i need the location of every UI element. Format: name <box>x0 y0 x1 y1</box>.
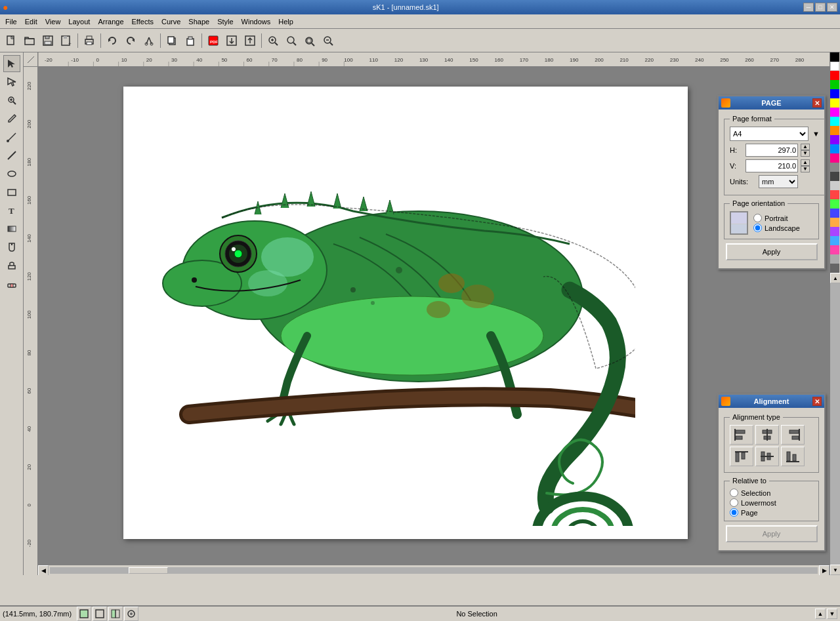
close-button[interactable]: ✕ <box>827 3 837 12</box>
statusbar-scroll-down[interactable]: ▼ <box>827 609 837 619</box>
color-pink[interactable] <box>830 153 839 163</box>
color-light-blue[interactable] <box>830 144 839 153</box>
color-green[interactable] <box>830 80 839 89</box>
color-dark-medium-gray[interactable] <box>830 264 839 273</box>
select-tool[interactable] <box>3 55 20 72</box>
save-as-button[interactable]: + <box>58 32 75 49</box>
align-right-button[interactable] <box>781 425 805 445</box>
align-center-v-button[interactable] <box>755 447 779 466</box>
menu-view[interactable]: View <box>41 16 65 27</box>
horizontal-scrollbar[interactable]: ◀ ▶ <box>38 565 830 575</box>
zoom-select-button[interactable] <box>283 32 300 49</box>
color-purple[interactable] <box>830 135 839 144</box>
scroll-right-arrow[interactable]: ▶ <box>819 565 830 576</box>
bucket-tool[interactable] <box>3 239 20 256</box>
color-sky-blue[interactable] <box>830 236 839 245</box>
menu-help[interactable]: Help <box>274 16 297 27</box>
page-h-input[interactable] <box>746 144 798 157</box>
menu-effects[interactable]: Effects <box>128 16 158 27</box>
line-tool[interactable] <box>3 147 20 164</box>
alignment-apply-button[interactable]: Apply <box>726 525 818 542</box>
save-button[interactable] <box>39 32 56 49</box>
menu-style[interactable]: Style <box>213 16 237 27</box>
view-both-button[interactable] <box>108 607 123 621</box>
align-left-button[interactable] <box>730 425 753 445</box>
zoom-in-button[interactable] <box>264 32 282 49</box>
rect-tool[interactable] <box>3 184 20 201</box>
view-outline-button[interactable] <box>93 607 107 621</box>
import-button[interactable] <box>223 32 240 49</box>
zoom-page-button[interactable] <box>301 32 318 49</box>
page-panel-close[interactable]: ✕ <box>812 98 822 108</box>
menu-shape[interactable]: Shape <box>184 16 213 27</box>
node-edit-tool[interactable] <box>3 73 20 90</box>
color-dark-gray[interactable] <box>830 172 839 181</box>
print-button[interactable] <box>81 32 98 49</box>
align-bottom-button[interactable] <box>781 447 805 466</box>
copy-button[interactable] <box>163 32 180 49</box>
align-top-button[interactable] <box>730 447 753 466</box>
zoom-out-button[interactable] <box>320 32 337 49</box>
color-red[interactable] <box>830 71 839 80</box>
stamp-tool[interactable] <box>3 257 20 274</box>
cut-button[interactable] <box>140 32 158 49</box>
color-blue[interactable] <box>830 89 839 98</box>
open-button[interactable] <box>21 32 38 49</box>
eraser-tool[interactable] <box>3 275 20 292</box>
selection-radio[interactable] <box>730 489 738 497</box>
ellipse-tool[interactable] <box>3 165 20 182</box>
page-v-input[interactable] <box>746 159 798 172</box>
gradient-tool[interactable] <box>3 220 20 237</box>
color-white[interactable] <box>830 62 839 71</box>
color-light-gray[interactable] <box>830 181 839 190</box>
color-light-green[interactable] <box>830 199 839 209</box>
color-orange[interactable] <box>830 126 839 135</box>
color-black[interactable] <box>830 52 839 62</box>
h-spin-down[interactable]: ▼ <box>801 150 810 157</box>
page-format-select[interactable]: A4 A3 Letter Legal <box>730 127 808 141</box>
portrait-radio[interactable] <box>753 214 762 222</box>
view-settings-button[interactable] <box>124 607 138 621</box>
export-button[interactable] <box>242 32 259 49</box>
alignment-panel-close[interactable]: ✕ <box>812 397 822 406</box>
redo-button[interactable] <box>122 32 139 49</box>
statusbar-scroll-up[interactable]: ▲ <box>815 609 826 619</box>
color-rose[interactable] <box>830 245 839 254</box>
v-spin-up[interactable]: ▲ <box>801 159 810 166</box>
palette-scroll-up[interactable]: ▲ <box>830 273 840 283</box>
minimize-button[interactable]: ─ <box>803 3 814 12</box>
scroll-thumb-h[interactable] <box>129 567 168 574</box>
pencil-tool[interactable] <box>3 110 20 127</box>
color-light-red[interactable] <box>830 190 839 199</box>
units-select[interactable]: mm in pt <box>759 175 798 188</box>
page-radio[interactable] <box>730 508 738 517</box>
menu-layout[interactable]: Layout <box>64 16 94 27</box>
color-cyan[interactable] <box>830 117 839 126</box>
menu-curve[interactable]: Curve <box>158 16 184 27</box>
color-magenta[interactable] <box>830 108 839 117</box>
align-center-h-button[interactable] <box>755 425 779 445</box>
color-medium-blue[interactable] <box>830 209 839 218</box>
menu-windows[interactable]: Windows <box>238 16 275 27</box>
h-spin-up[interactable]: ▲ <box>801 144 810 150</box>
palette-scroll-down[interactable]: ▼ <box>830 565 840 575</box>
color-medium-purple[interactable] <box>830 227 839 236</box>
menu-edit[interactable]: Edit <box>21 16 41 27</box>
scroll-left-arrow[interactable]: ◀ <box>38 565 49 576</box>
page-apply-button[interactable]: Apply <box>726 243 818 260</box>
zoom-tool[interactable] <box>3 92 20 109</box>
v-spin-down[interactable]: ▼ <box>801 166 810 172</box>
color-light-orange[interactable] <box>830 218 839 227</box>
menu-arrange[interactable]: Arrange <box>94 16 127 27</box>
view-normal-button[interactable] <box>77 607 91 621</box>
color-gray[interactable] <box>830 163 839 172</box>
new-button[interactable] <box>3 32 20 49</box>
pen-tool[interactable] <box>3 129 20 146</box>
landscape-radio[interactable] <box>753 224 762 232</box>
text-tool[interactable]: T <box>3 202 20 219</box>
undo-button[interactable] <box>104 32 121 49</box>
drawing-canvas[interactable] <box>38 67 830 565</box>
menu-file[interactable]: File <box>1 16 21 27</box>
color-medium-gray[interactable] <box>830 254 839 264</box>
maximize-button[interactable]: □ <box>815 3 826 12</box>
